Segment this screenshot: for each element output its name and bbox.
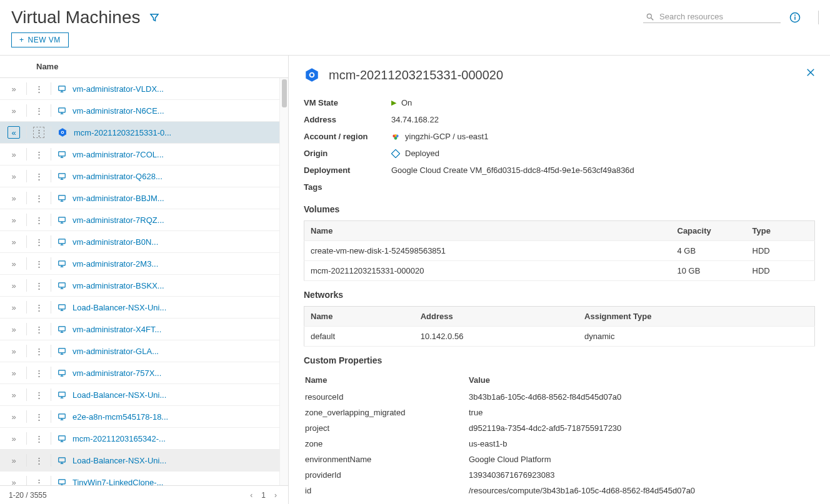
vm-row[interactable]: » ⋮ vm-administrator-GLA... (0, 340, 279, 362)
vm-row[interactable]: « ⋮ mcm-20211203215331-0... (0, 122, 279, 144)
vm-row[interactable]: » ⋮ Load-Balancer-NSX-Uni... (0, 384, 279, 406)
next-page-button[interactable]: › (272, 490, 279, 501)
row-actions-button[interactable]: ⋮ (33, 280, 44, 291)
vm-name-link[interactable]: vm-administrator-7COL... (72, 150, 164, 159)
expand-row-button[interactable]: » (8, 476, 20, 485)
expand-row-button[interactable]: » (8, 388, 20, 401)
col-vol-name[interactable]: Name (304, 221, 671, 241)
expand-row-button[interactable]: » (8, 432, 20, 445)
row-actions-button[interactable]: ⋮ (33, 455, 44, 466)
vm-row[interactable]: » ⋮ vm-administrator-757X... (0, 362, 279, 384)
vm-row[interactable]: » ⋮ vm-administrator-BSKX... (0, 275, 279, 297)
close-detail-button[interactable] (805, 67, 816, 78)
vm-name-link[interactable]: Load-Balancer-NSX-Uni... (72, 456, 166, 465)
expand-row-button[interactable]: » (8, 235, 20, 248)
expand-row-button[interactable]: » (8, 367, 20, 379)
vm-row[interactable]: » ⋮ vm-administrator-7COL... (0, 144, 279, 166)
vm-name-link[interactable]: mcm-20211203165342-... (72, 434, 166, 443)
col-vol-type[interactable]: Type (746, 221, 815, 241)
expand-row-button[interactable]: » (8, 214, 20, 226)
row-actions-button[interactable]: ⋮ (33, 477, 44, 485)
row-actions-button[interactable]: ⋮ (33, 389, 44, 400)
vm-name-link[interactable]: Load-Balancer-NSX-Uni... (72, 390, 166, 400)
list-column-header: Name (0, 56, 288, 78)
filter-icon[interactable] (149, 12, 160, 23)
pane-resize-handle[interactable] (289, 280, 291, 299)
vm-row[interactable]: » ⋮ Load-Balancer-NSX-Uni... (0, 297, 279, 319)
vm-name-link[interactable]: vm-administrator-X4FT... (72, 325, 161, 334)
expand-row-button[interactable]: « (8, 126, 20, 139)
row-actions-button[interactable]: ⋮ (33, 367, 44, 378)
row-actions-button[interactable]: ⋮ (33, 302, 44, 313)
list-scrollbar[interactable] (279, 78, 288, 485)
search-resources[interactable] (643, 12, 781, 23)
vm-name-link[interactable]: vm-administrator-BBJM... (72, 194, 164, 203)
vm-icon (58, 456, 66, 465)
row-actions-button[interactable]: ⋮ (33, 258, 44, 269)
vm-name-link[interactable]: mcm-20211203215331-0... (74, 128, 171, 137)
vm-row[interactable]: » ⋮ vm-administrator-BBJM... (0, 187, 279, 209)
row-actions-button[interactable]: ⋮ (33, 192, 44, 204)
vm-name-link[interactable]: vm-administrator-2M3... (72, 259, 158, 269)
expand-row-button[interactable]: » (8, 279, 20, 292)
col-net-name[interactable]: Name (304, 307, 414, 327)
vm-row[interactable]: » ⋮ vm-administrator-X4FT... (0, 319, 279, 340)
vm-name-link[interactable]: vm-administrator-B0N... (72, 237, 158, 247)
col-net-assign[interactable]: Assignment Type (578, 307, 814, 327)
row-actions-button[interactable]: ⋮ (33, 149, 44, 160)
row-actions-button[interactable]: ⋮ (33, 127, 44, 138)
col-net-address[interactable]: Address (414, 307, 578, 327)
vm-name-link[interactable]: vm-administrator-VLDX... (72, 84, 164, 94)
row-actions-button[interactable]: ⋮ (33, 324, 44, 335)
expand-row-button[interactable]: » (8, 345, 20, 357)
expand-row-button[interactable]: » (8, 148, 20, 161)
expand-row-button[interactable]: » (8, 82, 20, 95)
expand-row-button[interactable]: » (8, 301, 20, 314)
vm-row[interactable]: » ⋮ e2e-a8n-mcm545178-18... (0, 406, 279, 428)
vm-row[interactable]: » ⋮ TinyWin7-LinkedClone-... (0, 472, 279, 485)
col-vol-capacity[interactable]: Capacity (671, 221, 746, 241)
expand-row-button[interactable]: » (8, 323, 20, 335)
row-actions-button[interactable]: ⋮ (33, 170, 44, 182)
column-name[interactable]: Name (0, 62, 58, 71)
vm-row[interactable]: » ⋮ Load-Balancer-NSX-Uni... (0, 450, 279, 472)
new-vm-button[interactable]: + NEW VM (11, 32, 69, 47)
vm-row[interactable]: » ⋮ vm-administrator-B0N... (0, 231, 279, 253)
row-actions-button[interactable]: ⋮ (33, 345, 44, 357)
expand-row-button[interactable]: » (8, 104, 20, 117)
row-actions-button[interactable]: ⋮ (33, 83, 44, 94)
vm-name-link[interactable]: e2e-a8n-mcm545178-18... (72, 412, 168, 422)
vm-row[interactable]: » ⋮ vm-administrator-N6CE... (0, 100, 279, 122)
search-input[interactable] (659, 12, 778, 21)
vm-row[interactable]: » ⋮ vm-administrator-Q628... (0, 166, 279, 187)
new-vm-label: NEW VM (28, 36, 61, 44)
row-actions-button[interactable]: ⋮ (33, 214, 44, 225)
row-actions-button[interactable]: ⋮ (33, 433, 44, 444)
prev-page-button[interactable]: ‹ (248, 490, 255, 501)
svg-rect-5 (59, 86, 66, 91)
expand-row-button[interactable]: » (8, 170, 20, 182)
expand-row-button[interactable]: » (8, 410, 20, 423)
vm-name-link[interactable]: vm-administrator-757X... (72, 368, 161, 378)
row-actions-button[interactable]: ⋮ (33, 411, 44, 422)
vm-name-link[interactable]: Load-Balancer-NSX-Uni... (72, 303, 166, 312)
table-row: projectd952119a-7354-4dc2-afd5-718755917… (305, 421, 814, 435)
vm-name-link[interactable]: vm-administrator-Q628... (72, 172, 162, 181)
volumes-table: Name Capacity Type create-vm-new-disk-1-… (304, 220, 815, 281)
vm-row[interactable]: » ⋮ vm-administrator-7RQZ... (0, 209, 279, 231)
expand-row-button[interactable]: » (8, 257, 20, 270)
vm-row[interactable]: » ⋮ vm-administrator-VLDX... (0, 78, 279, 100)
row-actions-button[interactable]: ⋮ (33, 236, 44, 247)
expand-row-button[interactable]: » (8, 454, 20, 467)
row-actions-button[interactable]: ⋮ (33, 105, 44, 116)
vm-name-link[interactable]: vm-administrator-GLA... (72, 347, 159, 356)
info-icon[interactable] (789, 12, 801, 23)
vm-name-link[interactable]: vm-administrator-7RQZ... (72, 215, 164, 225)
vm-name-link[interactable]: vm-administrator-BSKX... (72, 281, 164, 290)
vm-icon (58, 237, 66, 246)
vm-row[interactable]: » ⋮ vm-administrator-2M3... (0, 253, 279, 275)
vm-name-link[interactable]: TinyWin7-LinkedClone-... (72, 478, 163, 486)
expand-row-button[interactable]: » (8, 192, 20, 204)
vm-name-link[interactable]: vm-administrator-N6CE... (72, 106, 164, 116)
vm-row[interactable]: » ⋮ mcm-20211203165342-... (0, 428, 279, 450)
